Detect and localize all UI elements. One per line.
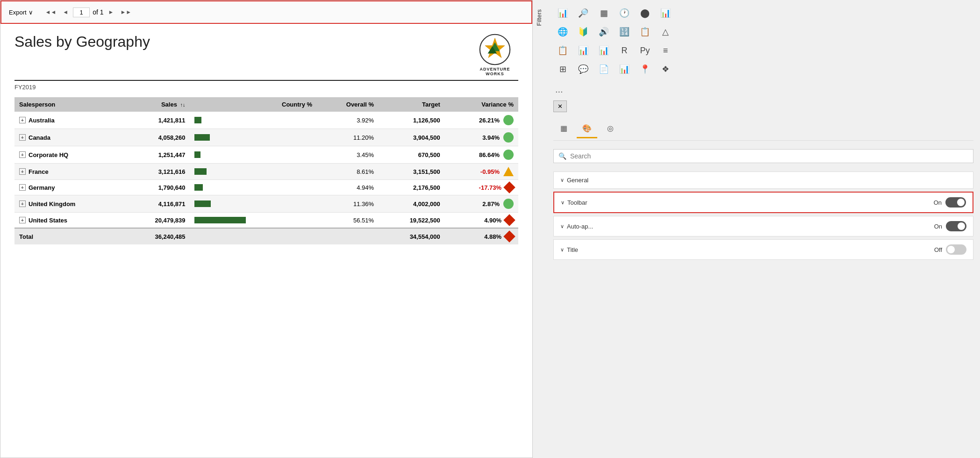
variance-value: 26.21% bbox=[479, 117, 500, 124]
section-label: Title bbox=[567, 246, 578, 253]
indicator-green-circle bbox=[503, 115, 514, 125]
footer-variance: 4.88% bbox=[445, 229, 518, 244]
cell-sales: 20,479,839 bbox=[124, 213, 190, 229]
format-tab[interactable]: 🎨 bbox=[577, 120, 597, 138]
col-header-sales[interactable]: Sales ↑↓ bbox=[124, 97, 190, 112]
cell-bar bbox=[190, 195, 250, 213]
section-general: ∨ General bbox=[553, 172, 973, 189]
cell-bar bbox=[190, 164, 250, 180]
indicator-red-diamond bbox=[503, 181, 515, 193]
list-icon[interactable]: 📋 bbox=[553, 42, 572, 59]
search-icon: 🔍 bbox=[558, 152, 566, 160]
filters-bar: Filters bbox=[533, 0, 547, 458]
page-number-input[interactable] bbox=[73, 7, 90, 17]
analytics-tab[interactable]: ◎ bbox=[600, 120, 621, 138]
footer-country-pct bbox=[250, 228, 317, 244]
matrix-icon[interactable]: ▦ bbox=[594, 5, 613, 21]
indicator-yellow-triangle bbox=[503, 167, 514, 176]
variance-value: 86.64% bbox=[479, 151, 500, 158]
grid-visual-icon[interactable]: ⊞ bbox=[553, 61, 572, 78]
toggle-label: On bbox=[934, 223, 942, 230]
nav-prev-button[interactable]: ◄ bbox=[61, 8, 70, 16]
section-header-3[interactable]: ∨ Title Off bbox=[554, 240, 973, 259]
section-label: General bbox=[567, 177, 588, 184]
numeric-icon[interactable]: 🔢 bbox=[615, 23, 634, 40]
cell-target: 3,151,500 bbox=[379, 164, 445, 180]
chevron-down-icon: ∨ bbox=[561, 200, 565, 206]
r-visual-icon[interactable]: R bbox=[615, 42, 634, 59]
nav-first-button[interactable]: ◄◄ bbox=[43, 8, 58, 16]
section-header-left: ∨ Title bbox=[560, 246, 578, 253]
footer-target: 34,554,000 bbox=[379, 228, 445, 244]
logo-text: ADVENTURE WORKS bbox=[479, 67, 510, 76]
indicator-red-diamond bbox=[503, 214, 515, 226]
section-header-1[interactable]: ∨ Toolbar On bbox=[554, 193, 973, 212]
section-header-2[interactable]: ∨ Auto-ap... On bbox=[554, 216, 973, 236]
toggle-track[interactable] bbox=[946, 221, 966, 231]
toggle-track[interactable] bbox=[945, 197, 966, 208]
cell-salesperson: +Australia bbox=[14, 112, 124, 129]
toggle-track[interactable] bbox=[946, 244, 966, 255]
report-icon[interactable]: 📄 bbox=[594, 61, 613, 78]
qa-icon[interactable]: 💬 bbox=[574, 61, 593, 78]
indicator-green-circle bbox=[503, 199, 514, 209]
bar-chart-icon[interactable]: 📊 bbox=[553, 5, 572, 21]
chevron-down-icon: ∨ bbox=[560, 177, 564, 183]
cell-overall-pct: 11.36% bbox=[317, 195, 379, 213]
triangle-icon[interactable]: △ bbox=[656, 23, 675, 40]
decomp-icon[interactable]: ≡ bbox=[656, 42, 675, 59]
cell-target: 19,522,500 bbox=[379, 213, 445, 229]
cell-bar bbox=[190, 112, 250, 129]
export-button[interactable]: Export ∨ bbox=[6, 8, 36, 17]
cell-country-pct bbox=[250, 180, 317, 195]
gauge-icon[interactable]: 🕐 bbox=[615, 5, 634, 21]
col-header-bar bbox=[190, 97, 250, 112]
map-icon[interactable]: 🌐 bbox=[553, 23, 572, 40]
footer-indicator-red-diamond bbox=[503, 230, 515, 242]
nav-last-button[interactable]: ►► bbox=[118, 8, 133, 16]
expand-icon[interactable]: + bbox=[19, 168, 26, 175]
cell-overall-pct: 3.92% bbox=[317, 112, 379, 129]
section-auto-ap---: ∨ Auto-ap... On bbox=[553, 216, 973, 236]
cell-target: 2,176,500 bbox=[379, 180, 445, 195]
fields-tab[interactable]: ▦ bbox=[553, 120, 574, 138]
close-format-button[interactable]: ✕ bbox=[553, 100, 567, 112]
expand-icon[interactable]: + bbox=[19, 217, 26, 223]
map2-icon[interactable]: 📍 bbox=[636, 61, 654, 78]
cell-salesperson: +France bbox=[14, 164, 124, 180]
close-icon: ✕ bbox=[558, 103, 563, 110]
expand-icon[interactable]: + bbox=[19, 184, 26, 191]
filter-icon[interactable]: 🔎 bbox=[574, 5, 593, 21]
expand-icon[interactable]: + bbox=[19, 134, 26, 141]
shape-map-icon[interactable]: 🔰 bbox=[574, 23, 593, 40]
chart-icon2[interactable]: 📊 bbox=[594, 42, 613, 59]
cell-salesperson: +Canada bbox=[14, 129, 124, 146]
report-fy: FY2019 bbox=[14, 84, 518, 91]
toggle-thumb bbox=[947, 246, 955, 253]
kpi-icon[interactable]: 📊 bbox=[574, 42, 593, 59]
search-input[interactable] bbox=[570, 152, 968, 160]
section-title: ∨ Title Off bbox=[553, 239, 973, 260]
expand-icon[interactable]: + bbox=[19, 117, 26, 123]
toggle-switch[interactable] bbox=[946, 221, 966, 231]
search-box: 🔍 bbox=[553, 149, 973, 163]
toggle-switch[interactable] bbox=[945, 197, 966, 208]
expand-icon[interactable]: + bbox=[19, 200, 26, 207]
custom-visual-icon[interactable]: 📊 bbox=[615, 61, 634, 78]
python-visual-icon[interactable]: Py bbox=[636, 42, 654, 59]
section-header-0[interactable]: ∨ General bbox=[554, 172, 973, 188]
funnel-icon[interactable]: 🔊 bbox=[594, 23, 613, 40]
expand-icon[interactable]: + bbox=[19, 151, 26, 158]
cell-country-pct bbox=[250, 112, 317, 129]
report-panel: Export ∨ ◄◄ ◄ of 1 ► ►► Sales by Geograp… bbox=[0, 0, 533, 458]
table-icon[interactable]: 📋 bbox=[636, 23, 654, 40]
nav-next-button[interactable]: ► bbox=[107, 8, 116, 16]
donut-icon[interactable]: ⬤ bbox=[636, 5, 654, 21]
cell-variance: -0.95% bbox=[445, 164, 518, 179]
toggle-thumb bbox=[957, 199, 965, 206]
fabric-icon[interactable]: ❖ bbox=[656, 61, 675, 78]
more-icons-dots[interactable]: ... bbox=[553, 84, 973, 95]
toggle-switch[interactable] bbox=[946, 244, 966, 255]
area-chart-icon[interactable]: 📊 bbox=[656, 5, 675, 21]
cell-country-pct bbox=[250, 195, 317, 213]
